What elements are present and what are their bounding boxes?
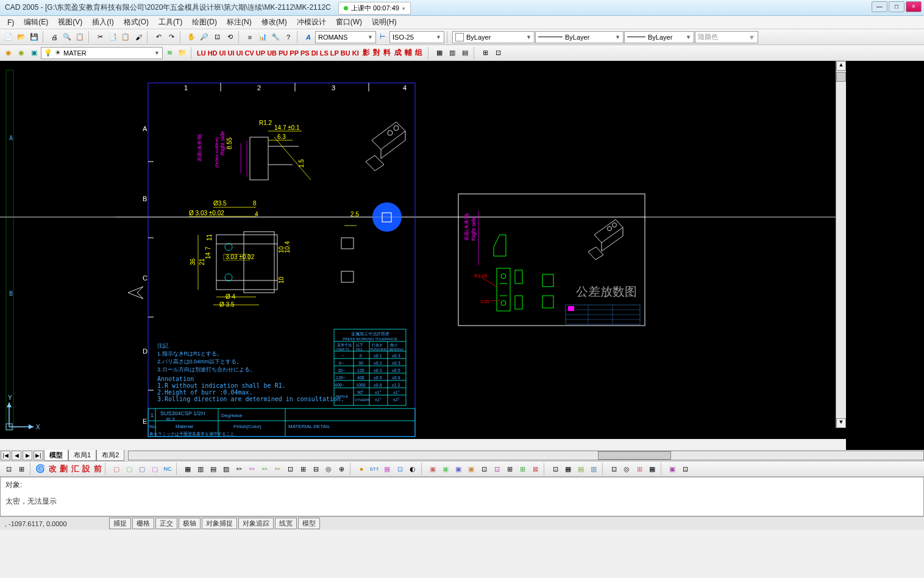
btool-n-icon[interactable]: ▣ xyxy=(427,463,439,475)
tab-nav-prev[interactable]: ◀ xyxy=(12,451,21,460)
vertical-scrollbar[interactable]: ▲ ▼ xyxy=(836,61,846,428)
layout-tab-2[interactable]: 布局2 xyxy=(96,450,124,461)
btool-ae-icon[interactable]: ▣ xyxy=(666,463,678,475)
btool-nc-icon[interactable]: NC xyxy=(162,463,174,475)
toggle-model[interactable]: 模型 xyxy=(298,518,320,529)
plotstyle-combo[interactable]: 随颜色▼ xyxy=(695,31,758,43)
die-btn-13[interactable]: LS xyxy=(319,49,329,57)
btool-j-icon[interactable]: ● xyxy=(355,463,368,475)
die-btn-14[interactable]: LP xyxy=(330,49,339,57)
menu-tools[interactable]: 工具(T) xyxy=(155,16,186,29)
layer-state-icon[interactable]: ◉ xyxy=(15,47,27,59)
cut-icon[interactable]: ✂ xyxy=(94,31,106,43)
btool-s-icon[interactable]: ⊡ xyxy=(491,463,503,475)
menu-edit[interactable]: 编辑(E) xyxy=(20,16,52,29)
close-button[interactable]: × xyxy=(906,1,922,12)
die-btn-3[interactable]: UI xyxy=(219,49,227,57)
menu-file[interactable]: F) xyxy=(4,17,18,28)
tool-ex3-icon[interactable]: ▤ xyxy=(459,47,471,59)
btool-e-icon[interactable]: ⊡ xyxy=(284,463,296,475)
redo-icon[interactable]: ↷ xyxy=(165,31,177,43)
zoom-rt-icon[interactable]: 🔎 xyxy=(198,31,210,43)
btool-grid1-icon[interactable]: ▦ xyxy=(182,463,194,475)
menu-dim[interactable]: 标注(N) xyxy=(223,16,255,29)
layer-tool2-icon[interactable]: 📁 xyxy=(176,47,188,59)
match-icon[interactable]: 🖌 xyxy=(132,31,144,43)
btool1-icon[interactable]: ⊡ xyxy=(2,463,15,475)
die-btn-4[interactable]: UI xyxy=(227,49,235,57)
btool-d-icon[interactable]: ✏ xyxy=(271,463,283,475)
horizontal-scrollbar[interactable] xyxy=(128,451,924,460)
menu-format[interactable]: 格式(O) xyxy=(120,16,152,29)
btool-grid4-icon[interactable]: ▨ xyxy=(220,463,232,475)
btool-stt-icon[interactable]: STT xyxy=(368,463,380,475)
tool-ex4-icon[interactable]: ⊞ xyxy=(479,47,491,59)
preview-icon[interactable]: 🔍 xyxy=(61,31,73,43)
drawing-canvas[interactable]: A B 1 2 3 4 A B C D E xyxy=(0,61,846,439)
die-btn-8[interactable]: UB xyxy=(266,49,277,57)
btool-x-icon[interactable]: ▦ xyxy=(562,463,574,475)
btool-m-icon[interactable]: ◐ xyxy=(407,463,419,475)
toggle-osnap[interactable]: 对象捕捉 xyxy=(202,518,237,529)
save-icon[interactable]: 💾 xyxy=(28,31,40,43)
btool-sq4-icon[interactable]: ▢ xyxy=(149,463,161,475)
tool-ex2-icon[interactable]: ▥ xyxy=(446,47,458,59)
die-btn-15[interactable]: BU xyxy=(340,49,351,57)
open-icon[interactable]: 📂 xyxy=(15,31,27,43)
btool-af-icon[interactable]: ⊡ xyxy=(679,463,691,475)
btool-w-icon[interactable]: ⊡ xyxy=(549,463,561,475)
help-icon[interactable]: ? xyxy=(282,31,294,43)
die-btn-11[interactable]: PS xyxy=(300,49,310,57)
tool-ex1-icon[interactable]: ▦ xyxy=(433,47,446,59)
font-style-combo[interactable]: ROMANS▼ xyxy=(315,31,376,43)
menu-die[interactable]: 冲模设计 xyxy=(293,16,330,29)
btool-f-icon[interactable]: ⊞ xyxy=(297,463,309,475)
die-btn-9[interactable]: PU xyxy=(278,49,288,57)
btool-o-icon[interactable]: ▣ xyxy=(439,463,452,475)
tab-nav-first[interactable]: |◀ xyxy=(1,451,10,460)
toggle-otrack[interactable]: 对象追踪 xyxy=(238,518,274,529)
layer-combo[interactable]: 💡 ☀ MATER ▼ xyxy=(41,47,163,59)
btool-aa-icon[interactable]: ⊡ xyxy=(608,463,620,475)
pan-icon[interactable]: ✋ xyxy=(185,31,197,43)
layout-tab-1[interactable]: 布局1 xyxy=(68,450,96,461)
tool-ex5-icon[interactable]: ⊡ xyxy=(492,47,504,59)
btool-sq2-icon[interactable]: ▢ xyxy=(123,463,135,475)
menu-help[interactable]: 说明(H) xyxy=(368,16,400,29)
dimstyle-combo[interactable]: ISO-25▼ xyxy=(389,31,444,43)
btool2-icon[interactable]: ⊞ xyxy=(15,463,27,475)
btool-ad-icon[interactable]: ▦ xyxy=(646,463,658,475)
btool-u-icon[interactable]: ⊞ xyxy=(516,463,528,475)
die-btn-12[interactable]: DI xyxy=(311,49,319,57)
btool-i-icon[interactable]: ⊕ xyxy=(335,463,347,475)
layer-tool1-icon[interactable]: ≋ xyxy=(163,47,176,59)
die-btn-7[interactable]: UP xyxy=(255,49,266,57)
btool-z-icon[interactable]: ▥ xyxy=(588,463,600,475)
menu-window[interactable]: 窗口(W) xyxy=(332,16,366,29)
btool-l-icon[interactable]: ⊡ xyxy=(394,463,406,475)
tab-nav-next[interactable]: ▶ xyxy=(23,451,32,460)
lineweight-combo[interactable]: ByLayer▼ xyxy=(624,31,694,43)
btool-sq1-icon[interactable]: ▢ xyxy=(110,463,123,475)
btool-b-icon[interactable]: ✏ xyxy=(246,463,258,475)
layer-mgr-icon[interactable]: ◉ xyxy=(2,47,15,59)
minimize-button[interactable]: — xyxy=(872,1,887,12)
btool-grid3-icon[interactable]: ▤ xyxy=(207,463,219,475)
layer-prev-icon[interactable]: ▣ xyxy=(28,47,40,59)
btool-ac-icon[interactable]: ⊞ xyxy=(633,463,645,475)
btool-a-icon[interactable]: ✏ xyxy=(233,463,245,475)
bottom-cjk-buttons[interactable]: 🌀 改 删 汇 設 前 xyxy=(35,463,102,474)
menu-view[interactable]: 视图(V) xyxy=(54,16,86,29)
layout-tab-model[interactable]: 模型 xyxy=(44,450,68,461)
command-window[interactable]: 对象: 太密，无法显示 xyxy=(0,477,924,516)
tool-icon[interactable]: 🔧 xyxy=(269,31,282,43)
die-btn-10[interactable]: PP xyxy=(289,49,299,57)
zoom-win-icon[interactable]: ⊡ xyxy=(211,31,223,43)
die-btn-2[interactable]: HD xyxy=(207,49,218,57)
btool-y-icon[interactable]: ▤ xyxy=(575,463,587,475)
die-btn-16[interactable]: KI xyxy=(352,49,360,57)
linetype-combo[interactable]: ByLayer▼ xyxy=(535,31,624,43)
die-btn-1[interactable]: LU xyxy=(196,49,207,57)
print-icon[interactable]: 🖨 xyxy=(48,31,60,43)
paste-icon[interactable]: 📋 xyxy=(119,31,132,43)
